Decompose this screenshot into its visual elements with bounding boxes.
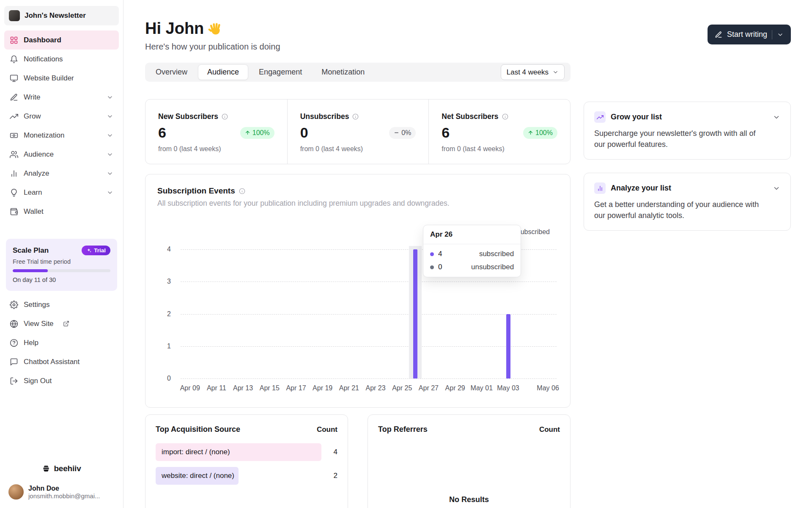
start-writing-label: Start writing — [727, 30, 767, 39]
chevron-down-icon — [107, 94, 113, 101]
chevron-down-icon[interactable] — [777, 31, 784, 38]
arrow-up-icon — [528, 130, 533, 135]
chart-title: Subscription Events — [157, 186, 235, 196]
y-tick-label: 0 — [167, 375, 171, 382]
users-icon — [10, 150, 18, 159]
nav-label: Analyze — [24, 169, 49, 178]
stat-net-subscribers: Net Subscribers 6 100% from 0 (last 4 we… — [428, 99, 570, 164]
sidebar-item-help[interactable]: Help — [4, 333, 119, 352]
main-column: New Subscribers 6 100% from 0 (last 4 we… — [145, 99, 571, 508]
promo-text: Get a better understanding of your audie… — [594, 199, 765, 221]
promo-analyze-your-list[interactable]: Analyze your list Get a better understan… — [584, 173, 791, 231]
x-tick-label: Apr 29 — [445, 384, 465, 392]
sidebar-item-learn[interactable]: Learn — [4, 183, 119, 202]
info-icon[interactable] — [239, 188, 245, 194]
stat-value: 0 — [300, 124, 308, 141]
user-avatar — [8, 484, 24, 500]
acquisition-bar-import-direct-none[interactable]: import: direct / (none) — [156, 443, 321, 461]
brand-name: beehiiv — [54, 464, 81, 473]
date-range-select[interactable]: Last 4 weeks — [501, 64, 565, 80]
info-icon — [222, 113, 228, 120]
content-area: New Subscribers 6 100% from 0 (last 4 we… — [145, 99, 791, 508]
gridline — [181, 314, 557, 315]
pencil-icon — [715, 31, 722, 39]
gear-icon — [10, 301, 18, 309]
sidebar-item-dashboard[interactable]: Dashboard — [4, 30, 119, 50]
x-axis: Apr 09Apr 11Apr 13Apr 15Apr 17Apr 19Apr … — [181, 384, 557, 394]
y-axis: 43210 — [157, 249, 175, 378]
tooltip-label: subscribed — [479, 250, 514, 258]
count-header: Count — [539, 425, 560, 434]
start-writing-button[interactable]: Start writing — [708, 25, 791, 44]
sidebar-item-settings[interactable]: Settings — [4, 295, 119, 314]
referrers-title: Top Referrers — [378, 425, 428, 434]
banknote-icon — [10, 131, 18, 140]
plan-description: Free Trial time period — [13, 258, 110, 265]
nav-label: Learn — [24, 188, 42, 197]
beehiiv-logo[interactable]: beehiiv — [4, 464, 119, 473]
sidebar-item-write[interactable]: Write — [4, 88, 119, 107]
sidebar-item-sign-out[interactable]: Sign Out — [4, 371, 119, 390]
sidebar-item-monetization[interactable]: Monetization — [4, 126, 119, 145]
acquisition-count: 4 — [327, 448, 337, 456]
plan-card: Scale Plan Trial Free Trial time period … — [6, 239, 117, 291]
pen-icon — [10, 93, 18, 102]
chart-bar-apr-26[interactable] — [413, 249, 417, 378]
info-icon — [352, 113, 359, 120]
main-content: Hi John Here's how your publication is d… — [123, 0, 812, 508]
date-range-value: Last 4 weeks — [507, 68, 549, 77]
sidebar-item-wallet[interactable]: Wallet — [4, 202, 119, 221]
nav-label: Dashboard — [24, 36, 61, 44]
acquisition-title: Top Acquisition Source — [156, 425, 240, 434]
sidebar-item-audience[interactable]: Audience — [4, 145, 119, 164]
acquisition-count: 2 — [327, 472, 337, 480]
plan-name: Scale Plan — [13, 246, 49, 255]
user-name: John Doe — [28, 485, 100, 492]
page-greeting: Hi John — [145, 19, 280, 38]
nav-label: Website Builder — [24, 74, 74, 83]
sidebar-item-notifications[interactable]: Notifications — [4, 50, 119, 69]
tab-engagement[interactable]: Engagement — [250, 64, 311, 80]
workspace-switcher[interactable]: John's Newsletter — [4, 6, 119, 25]
tab-overview[interactable]: Overview — [147, 64, 196, 80]
sidebar-item-website-builder[interactable]: Website Builder — [4, 69, 119, 88]
trial-progress-bar — [13, 269, 110, 272]
sidebar-item-analyze[interactable]: Analyze — [4, 164, 119, 183]
trial-day-label: On day 11 of 30 — [13, 276, 110, 283]
sidebar-item-chatbot-assistant[interactable]: Chatbot Assistant — [4, 352, 119, 371]
gridline — [181, 282, 557, 282]
sidebar-bottom: beehiiv John Doe jonsmith.mobbin@gmai... — [4, 464, 119, 501]
acquisition-bar-website-direct-none[interactable]: website: direct / (none) — [156, 467, 239, 485]
x-tick-label: Apr 27 — [419, 384, 439, 392]
promo-title: Grow your list — [611, 113, 662, 121]
wallet-icon — [10, 207, 18, 216]
bell-icon — [10, 55, 18, 64]
stat-value: 6 — [442, 124, 450, 141]
x-tick-label: Apr 25 — [392, 384, 412, 392]
nav-label: Monetization — [24, 131, 64, 140]
help-circle-icon — [10, 339, 18, 347]
promo-grow-your-list[interactable]: Grow your list Supercharge your newslett… — [584, 102, 791, 160]
x-tick-label: Apr 21 — [339, 384, 359, 392]
bar-chart-icon — [10, 169, 18, 178]
acquisition-row: import: direct / (none) 4 — [156, 443, 337, 461]
nav-label: Audience — [24, 150, 54, 159]
page-subtitle: Here's how your publication is doing — [145, 42, 280, 52]
x-tick-label: Apr 17 — [286, 384, 306, 392]
trending-up-icon — [10, 112, 18, 121]
x-tick-label: May 01 — [471, 384, 493, 392]
chart-bar-may-03[interactable] — [506, 314, 510, 379]
x-tick-label: Apr 11 — [207, 384, 226, 392]
x-tick-label: Apr 13 — [233, 384, 253, 392]
sidebar-item-grow[interactable]: Grow — [4, 107, 119, 126]
tab-monetization[interactable]: Monetization — [313, 64, 373, 80]
tooltip-value: 4 — [438, 250, 442, 258]
tab-audience[interactable]: Audience — [198, 64, 248, 80]
wave-emoji — [208, 21, 223, 36]
tooltip-value: 0 — [438, 263, 442, 271]
chevron-down-icon — [107, 151, 113, 158]
user-menu[interactable]: John Doe jonsmith.mobbin@gmai... — [4, 484, 119, 501]
sidebar-item-view-site[interactable]: View Site — [4, 314, 119, 333]
subscription-events-chart: 43210 Apr 26 4 subscribed 0 unsubscribed… — [157, 215, 558, 395]
trial-badge-label: Trial — [94, 247, 106, 254]
